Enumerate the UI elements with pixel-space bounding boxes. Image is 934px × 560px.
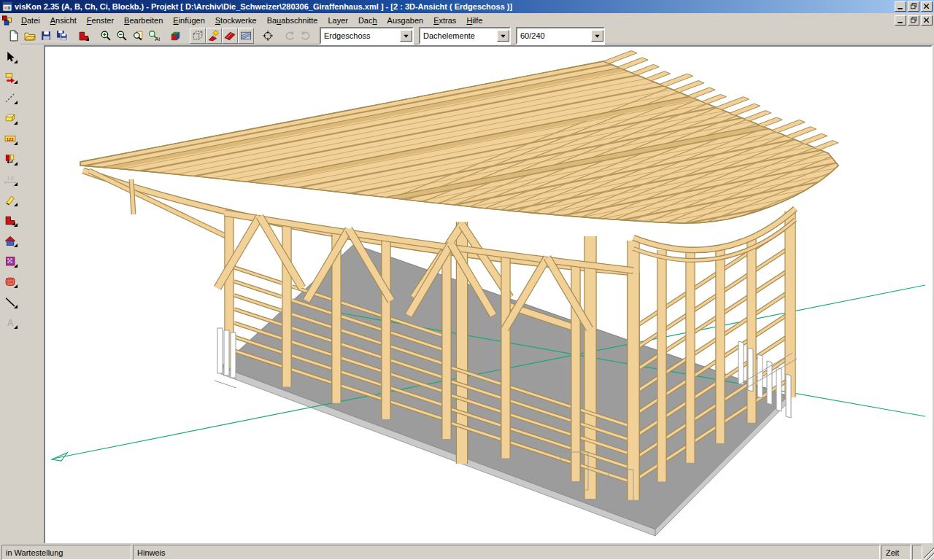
menu-stockwerke[interactable]: Stockwerke [210, 14, 262, 27]
storey-combo-arrow[interactable] [400, 30, 412, 42]
menu-dach[interactable]: Dach [353, 14, 382, 27]
svg-text:A: A [7, 317, 14, 328]
menu-hilfe[interactable]: Hilfe [461, 14, 487, 27]
svg-text:123: 123 [7, 136, 15, 141]
mdi-window-controls [895, 15, 933, 26]
roof-view-toggle[interactable] [222, 28, 238, 44]
menu-ansicht[interactable]: Ansicht [45, 14, 82, 27]
shaded-toggle[interactable] [206, 28, 222, 44]
menu-bar: DateiAnsichtFensterBearbeitenEinfügenSto… [0, 13, 934, 28]
zoom-text-button[interactable]: AΩ [146, 28, 162, 44]
element-combo[interactable]: Dachelemente [419, 27, 511, 44]
cut-tool[interactable] [2, 191, 19, 208]
text-tool[interactable]: A [2, 314, 19, 330]
select-tool[interactable] [2, 48, 19, 65]
zoom-out-button[interactable] [114, 28, 130, 44]
panel-tool[interactable] [2, 252, 19, 269]
save-button[interactable] [38, 28, 54, 44]
resize-grip[interactable] [924, 545, 934, 560]
svg-text:AΩ: AΩ [155, 36, 160, 42]
house-tool[interactable] [2, 232, 19, 249]
open-file-button[interactable] [22, 28, 38, 44]
undo-button[interactable] [282, 28, 298, 44]
roof-tool-button[interactable] [76, 28, 92, 44]
window-controls [895, 1, 933, 12]
line-tool[interactable] [2, 293, 19, 310]
window-title: visKon 2.35 (A, B, Ch, Ci, Blockb.) - Pr… [15, 2, 512, 11]
timber-tool[interactable] [2, 109, 19, 126]
construction-line-tool[interactable] [2, 89, 19, 106]
menu-fenster[interactable]: Fenster [82, 14, 119, 27]
zoom-page-button[interactable] [130, 28, 146, 44]
menu-einfgen[interactable]: Einfügen [168, 14, 209, 27]
section-combo-value: 60/240 [517, 31, 591, 40]
element-combo-value: Dachelemente [420, 31, 497, 40]
status-time-label: Zeit [881, 545, 911, 560]
minimize-button[interactable] [895, 1, 906, 12]
3d-viewport[interactable] [45, 47, 928, 542]
status-extra-panel [912, 545, 922, 560]
menu-extras[interactable]: Extras [428, 14, 461, 27]
app-icon [2, 1, 12, 12]
save-all-button[interactable] [54, 28, 70, 44]
storey-combo[interactable]: Erdgeschoss [320, 27, 414, 44]
new-file-button[interactable] [6, 28, 22, 44]
wireframe-toggle[interactable] [190, 28, 206, 44]
status-bar: in Wartestellung Hinweis Zeit [0, 543, 934, 560]
menu-ausgaben[interactable]: Ausgaben [382, 14, 429, 27]
move-beam-tool[interactable] [2, 150, 19, 167]
mdi-minimize-button[interactable] [895, 15, 906, 26]
mdi-close-button[interactable] [921, 15, 933, 26]
close-button[interactable] [921, 1, 933, 12]
zoom-in-button[interactable] [98, 28, 114, 44]
tool-palette: 1231.0A [0, 44, 20, 543]
mesh-tool[interactable] [2, 273, 19, 289]
mdi-restore-button[interactable] [908, 15, 919, 26]
texture-toggle[interactable] [238, 28, 254, 44]
svg-text:1.0: 1.0 [7, 175, 14, 180]
title-bar: visKon 2.35 (A, B, Ch, Ci, Blockb.) - Pr… [0, 0, 934, 13]
menu-bauabschnitte[interactable]: Bauabschnitte [262, 14, 323, 27]
measure-tool[interactable]: 123 [2, 130, 19, 147]
menu-layer[interactable]: Layer [323, 14, 353, 27]
status-mode: in Wartestellung [1, 545, 131, 560]
center-view-button[interactable] [260, 28, 276, 44]
insert-beam-tool[interactable] [2, 69, 19, 85]
menu-datei[interactable]: Datei [16, 14, 45, 27]
storey-combo-value: Erdgeschoss [321, 31, 400, 40]
roof-corner-tool[interactable] [2, 211, 19, 228]
drawing-canvas [44, 45, 933, 546]
main-toolbar: AΩErdgeschossDachelemente60/240 [0, 28, 934, 44]
element-combo-arrow[interactable] [497, 30, 509, 42]
view-3d-button[interactable] [168, 28, 184, 44]
menu-bearbeiten[interactable]: Bearbeiten [119, 14, 168, 27]
status-hint: Hinweis [133, 545, 880, 560]
restore-button[interactable] [908, 1, 919, 12]
section-combo[interactable]: 60/240 [516, 27, 605, 44]
section-combo-arrow[interactable] [591, 30, 603, 42]
document-icon [1, 15, 13, 26]
redo-button[interactable] [298, 28, 314, 44]
dimension-tool[interactable]: 1.0 [2, 171, 19, 187]
